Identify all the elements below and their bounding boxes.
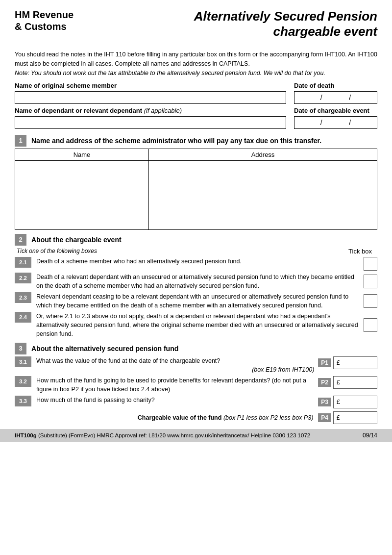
page: HM Revenue & Customs Alternatively Secur… [0, 0, 392, 555]
fields-row-1: Name of original scheme member Date of d… [0, 82, 392, 104]
fund-box-label: P2 [318, 378, 331, 387]
section3-item-33: 3.3 How much of the fund is passing to c… [15, 396, 377, 408]
section2-title: About the chargeable event [31, 236, 122, 244]
fund-box-group-31: P1 £ [318, 356, 377, 369]
section3-item-32: 3.2 How much of the fund is going to be … [15, 376, 377, 394]
section2-item-21: 2.1 Death of a scheme member who had an … [15, 257, 377, 271]
scheme-member-label: Name of original scheme member [15, 82, 286, 89]
admin-name-cell[interactable] [15, 161, 149, 229]
footer-date: 09/14 [363, 432, 377, 439]
fund-input-33[interactable]: £ [333, 396, 377, 408]
subsection-num: 2.3 [15, 292, 31, 303]
hmrc-logo: HM Revenue & Customs [15, 9, 93, 32]
col-name-header: Name [15, 149, 149, 160]
subsection-num: 2.4 [15, 312, 31, 323]
subsection-text: Or, where 2.1 to 2.3 above do not apply,… [36, 312, 364, 338]
date-of-death-label: Date of death [294, 82, 377, 89]
scheme-member-group: Name of original scheme member [15, 82, 286, 104]
date-chargeable-label: Date of chargeable event [294, 107, 377, 114]
date-of-death-group: Date of death / / [294, 82, 377, 104]
form-title: Alternatively Secured Pension chargeable… [93, 9, 377, 39]
footer-left: IHT100g (Substitute) (FormEvo) HMRC Appr… [15, 432, 310, 438]
section3-num: 3 [15, 343, 26, 354]
dependant-label: Name of dependant or relevant dependant … [15, 107, 286, 114]
section1-description: Name and address of the scheme administr… [31, 137, 321, 145]
dependant-input[interactable] [15, 116, 286, 129]
tick-box-22[interactable] [364, 275, 377, 288]
fund-box-group-33: P3 £ [318, 396, 377, 408]
admin-table: Name Address [15, 149, 377, 230]
intro-section: You should read the notes in the IHT 110… [0, 44, 392, 81]
scheme-member-input[interactable] [15, 91, 286, 104]
intro-para2: Note: You should not work out the tax at… [15, 69, 377, 78]
header: HM Revenue & Customs Alternatively Secur… [0, 0, 392, 44]
admin-address-cell[interactable] [149, 161, 377, 229]
section3-header: 3 About the alternatively secured pensio… [15, 343, 377, 354]
section3-title: About the alternatively secured pension … [31, 345, 178, 353]
section1-header: 1 Name and address of the scheme adminis… [15, 135, 377, 147]
chargeable-input[interactable]: £ [333, 411, 377, 424]
fund-text: How much of the fund is passing to chari… [36, 396, 318, 404]
section2-header: 2 About the chargeable event [15, 234, 377, 246]
tick-box-21[interactable] [364, 257, 377, 271]
subsection-num: 3.3 [15, 396, 31, 406]
tick-col-label: Tick box [343, 248, 377, 255]
section3-items: 3.1 What was the value of the fund at th… [0, 356, 392, 409]
subsection-text: Death of a relevant dependant with an un… [36, 273, 364, 290]
subsection-num: 3.2 [15, 376, 31, 387]
subsection-text: Relevant dependant ceasing to be a relev… [36, 292, 364, 310]
admin-table-body [15, 161, 377, 229]
section2-item-23: 2.3 Relevant dependant ceasing to be a r… [15, 292, 377, 310]
section1-num: 1 [15, 135, 26, 147]
fund-text: What was the value of the fund at the da… [36, 356, 318, 374]
fund-input-31[interactable]: £ [333, 356, 377, 369]
subsection-text: Death of a scheme member who had an alte… [36, 257, 364, 266]
fund-box-group-32: P2 £ [318, 376, 377, 389]
date-chargeable-group: Date of chargeable event / / [294, 107, 377, 129]
col-address-header: Address [149, 149, 377, 160]
section2-items: 2.1 Death of a scheme member who had an … [0, 257, 392, 339]
section2-item-24: 2.4 Or, where 2.1 to 2.3 above do not ap… [15, 312, 377, 338]
fields-row-2: Name of dependant or relevant dependant … [0, 106, 392, 131]
dependant-group: Name of dependant or relevant dependant … [15, 107, 286, 129]
fund-input-32[interactable]: £ [333, 376, 377, 389]
fund-box-label: P3 [318, 398, 331, 406]
chargeable-box-group: P4 £ [318, 411, 377, 424]
section2-item-22: 2.2 Death of a relevant dependant with a… [15, 273, 377, 290]
subsection-num: 3.1 [15, 356, 31, 367]
section3-item-31: 3.1 What was the value of the fund at th… [15, 356, 377, 374]
fund-text: How much of the fund is going to be used… [36, 376, 318, 394]
section2-sub-row: Tick one of the following boxes Tick box [0, 248, 392, 255]
date-chargeable-input[interactable]: / / [294, 116, 377, 129]
footer: IHT100g (Substitute) (FormEvo) HMRC Appr… [0, 429, 392, 442]
subsection-num: 2.2 [15, 273, 31, 283]
section2-subtitle: Tick one of the following boxes [17, 248, 97, 255]
intro-para1: You should read the notes in the IHT 110… [15, 50, 377, 69]
fund-box-label: P1 [318, 358, 331, 367]
chargeable-row: Chargeable value of the fund (box P1 les… [15, 411, 377, 424]
tick-box-23[interactable] [364, 294, 377, 308]
subsection-num: 2.1 [15, 257, 31, 268]
chargeable-box-label: P4 [318, 413, 331, 422]
chargeable-label: Chargeable value of the fund (box P1 les… [15, 414, 318, 421]
date-of-death-input[interactable]: / / [294, 91, 377, 104]
tick-box-24[interactable] [364, 318, 377, 332]
admin-table-header: Name Address [15, 149, 377, 161]
section2-num: 2 [15, 234, 26, 246]
